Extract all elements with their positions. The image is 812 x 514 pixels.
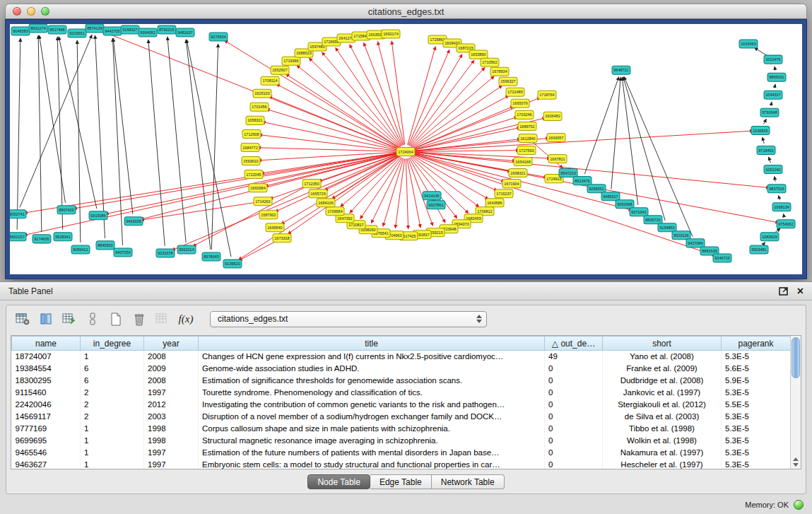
table-cell[interactable]: 5.5E-5 — [722, 399, 791, 411]
graph-node[interactable]: 9837516 — [767, 185, 786, 193]
graph-edge[interactable] — [20, 35, 92, 207]
graph-node[interactable]: 8902157 — [10, 233, 26, 241]
table-cell[interactable]: Franke et al. (2009) — [603, 363, 722, 375]
column-header[interactable]: in_degree — [81, 337, 144, 351]
column-header[interactable]: △ out_de… — [545, 337, 603, 351]
table-cell[interactable]: 1 — [81, 447, 144, 459]
graph-edge[interactable] — [40, 35, 66, 203]
table-cell[interactable]: 1 — [81, 351, 144, 363]
graph-node[interactable]: 1692174 — [382, 30, 400, 38]
table-cell[interactable]: 2 — [81, 411, 144, 423]
table-cell[interactable]: 5.3E-5 — [722, 423, 791, 435]
graph-edge[interactable] — [775, 176, 775, 181]
table-cell[interactable]: 9699695 — [12, 435, 81, 447]
graph-node[interactable]: 9427084 — [686, 239, 705, 247]
graph-node[interactable]: 9503126 — [672, 231, 690, 240]
table-cell[interactable]: 0 — [545, 363, 603, 375]
graph-node[interactable]: 1701456 — [250, 103, 269, 111]
scroll-up-icon[interactable] — [793, 457, 799, 461]
graph-node[interactable]: 1655729 — [309, 189, 327, 198]
table-row[interactable]: 1456911722003Disruption of a novel membe… — [12, 411, 791, 423]
graph-node[interactable]: 9463028 — [124, 217, 143, 226]
table-cell[interactable]: 5.3E-5 — [722, 459, 791, 470]
graph-edge[interactable] — [141, 153, 399, 219]
table-row[interactable]: 977716911998Corpus callosum shape and si… — [12, 423, 791, 435]
graph-node[interactable]: 1714263 — [254, 197, 272, 206]
graph-node[interactable]: 9174635 — [33, 235, 51, 243]
graph-node[interactable]: 8874139 — [86, 24, 104, 33]
graph-node[interactable]: 9364082 — [139, 28, 157, 37]
table-cell[interactable]: Hescheler et al. (1997) — [603, 459, 722, 470]
table-cell[interactable]: 9463627 — [12, 459, 81, 470]
scrollbar-thumb[interactable] — [792, 337, 800, 378]
graph-edge[interactable] — [763, 243, 765, 245]
row-options-icon[interactable] — [83, 310, 102, 328]
table-cell[interactable]: 5.3E-5 — [722, 411, 791, 423]
new-document-icon[interactable] — [107, 310, 125, 328]
table-cell[interactable]: 1997 — [144, 387, 199, 399]
table-cell[interactable]: 2003 — [144, 411, 199, 423]
table-cell[interactable]: 5.3E-5 — [722, 447, 791, 459]
table-row[interactable]: 946362711997Embryonic stem cells: a mode… — [12, 459, 791, 470]
graph-edge[interactable] — [24, 153, 399, 213]
graph-node[interactable]: 1710562 — [481, 58, 499, 66]
column-header[interactable]: title — [199, 337, 545, 351]
table-row[interactable]: 969969511998Structural magnetic resonanc… — [12, 435, 791, 447]
graph-node[interactable]: 1606482 — [543, 112, 562, 120]
table-cell[interactable]: Corpus callosum shape and size in male p… — [199, 423, 545, 435]
graph-node[interactable]: 1643586 — [486, 199, 504, 207]
graph-node[interactable]: 1658321 — [246, 116, 264, 124]
graph-edge[interactable] — [413, 139, 521, 151]
graph-edge[interactable] — [73, 153, 399, 209]
graph-node[interactable]: 8845903 — [96, 241, 114, 250]
graph-node[interactable]: 8836720 — [644, 216, 662, 224]
table-cell[interactable]: 1997 — [144, 459, 199, 470]
graph-node[interactable]: 8931274 — [29, 24, 47, 33]
table-cell[interactable]: 14569117 — [12, 411, 81, 423]
graph-node[interactable]: 1015493 — [739, 40, 758, 48]
graph-edge[interactable] — [360, 158, 402, 219]
graph-node[interactable]: 1652907 — [271, 66, 289, 74]
graph-edge[interactable] — [187, 40, 231, 257]
table-cell[interactable]: 0 — [545, 375, 603, 387]
graph-node[interactable]: 9648721 — [612, 66, 630, 74]
window-titlebar[interactable]: citations_edges.txt — [5, 4, 807, 19]
table-cell[interactable]: 0 — [545, 399, 603, 411]
table-cell[interactable]: 1998 — [144, 423, 199, 435]
table-cell[interactable]: Changes of HCN gene expression and I(f) … — [199, 351, 545, 363]
table-cell[interactable]: 2012 — [144, 399, 199, 411]
graph-node[interactable]: 9414145 — [423, 192, 441, 200]
graph-node[interactable]: 9231678 — [156, 249, 175, 257]
graph-node[interactable]: 1068134 — [772, 203, 791, 211]
graph-node[interactable]: 9246715 — [713, 254, 731, 262]
graph-node[interactable]: 8978345 — [202, 252, 220, 261]
tab-network-table[interactable]: Network Table — [432, 474, 505, 489]
table-cell[interactable]: Wolkin et al. (1998) — [603, 435, 722, 447]
graph-edge[interactable] — [779, 195, 780, 200]
graph-edge[interactable] — [771, 102, 772, 105]
table-cell[interactable]: 9777169 — [12, 423, 81, 435]
graph-node[interactable]: 1660984 — [249, 184, 267, 192]
tab-node-table[interactable]: Node Table — [307, 474, 370, 489]
graph-node[interactable]: 1051240 — [764, 165, 782, 174]
graph-node[interactable]: 9052741 — [10, 210, 26, 218]
table-cell[interactable]: 1 — [81, 459, 144, 470]
graph-node[interactable]: 1667821 — [548, 155, 567, 163]
graph-edge[interactable] — [141, 202, 256, 220]
graph-node[interactable]: 9547203 — [559, 169, 577, 177]
table-cell[interactable]: Tourette syndrome. Phenomenology and cla… — [199, 387, 545, 399]
graph-node[interactable]: 1703246 — [515, 110, 534, 119]
table-cell[interactable]: 2009 — [144, 363, 199, 375]
graph-node[interactable]: 1625103 — [253, 89, 271, 98]
graph-node[interactable]: 1654168 — [514, 158, 532, 166]
table-cell[interactable]: Tibbo et al. (1998) — [603, 423, 722, 435]
graph-node[interactable]: 9792648 — [760, 108, 779, 117]
graph-edge[interactable] — [112, 38, 122, 245]
graph-node[interactable]: 9327861 — [427, 201, 445, 209]
graph-edge[interactable] — [775, 84, 775, 88]
table-cell[interactable]: 5.3E-5 — [722, 387, 791, 399]
graph-node[interactable]: 1587902 — [259, 211, 278, 219]
table-scrollbar[interactable] — [790, 336, 801, 469]
table-cell[interactable]: de Silva et al. (2003) — [603, 411, 722, 423]
table-row[interactable]: 1938455462009Genome-wide association stu… — [12, 363, 791, 375]
